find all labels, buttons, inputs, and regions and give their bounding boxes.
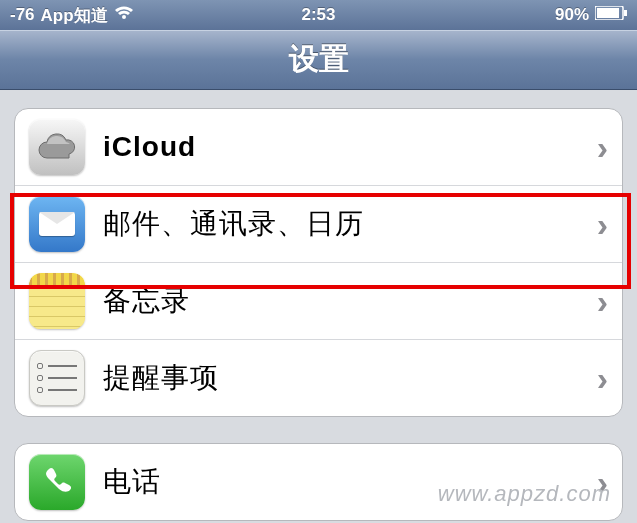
settings-group: iCloud › 邮件、通讯录、日历 › 备忘录 ›	[14, 108, 623, 417]
icloud-icon	[29, 119, 85, 175]
watermark: www.appzd.com	[438, 481, 611, 507]
page-title: 设置	[289, 39, 349, 80]
carrier-name: App知道	[41, 4, 108, 27]
row-label: 邮件、通讯录、日历	[103, 205, 589, 243]
status-time: 2:53	[216, 5, 422, 25]
row-label: iCloud	[103, 131, 589, 163]
row-label: 提醒事项	[103, 359, 589, 397]
row-icloud[interactable]: iCloud ›	[15, 109, 622, 186]
status-right: 90%	[421, 5, 627, 25]
notes-icon	[29, 273, 85, 329]
wifi-icon	[114, 5, 134, 25]
navbar: 设置	[0, 30, 637, 90]
chevron-right-icon: ›	[597, 359, 608, 398]
status-bar: -76 App知道 2:53 90%	[0, 0, 637, 30]
battery-percent: 90%	[555, 5, 589, 25]
row-reminders[interactable]: 提醒事项 ›	[15, 340, 622, 416]
battery-icon	[595, 5, 627, 25]
svg-rect-1	[597, 8, 619, 18]
mail-icon	[29, 196, 85, 252]
status-left: -76 App知道	[10, 4, 216, 27]
reminders-icon	[29, 350, 85, 406]
phone-icon	[29, 454, 85, 510]
signal-strength: -76	[10, 5, 35, 25]
chevron-right-icon: ›	[597, 205, 608, 244]
row-label: 备忘录	[103, 282, 589, 320]
chevron-right-icon: ›	[597, 128, 608, 167]
chevron-right-icon: ›	[597, 282, 608, 321]
row-mail-contacts-calendars[interactable]: 邮件、通讯录、日历 ›	[15, 186, 622, 262]
row-notes[interactable]: 备忘录 ›	[15, 262, 622, 340]
svg-rect-2	[624, 10, 627, 16]
